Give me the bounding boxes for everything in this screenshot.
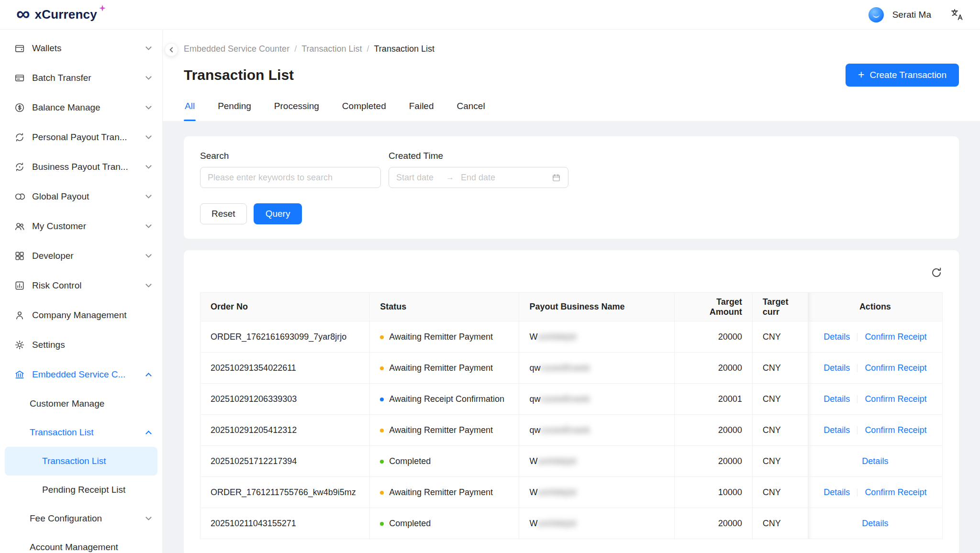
sidebar-item-transaction-list[interactable]: Transaction List bbox=[0, 418, 162, 447]
sidebar-collapse-button[interactable] bbox=[165, 43, 178, 56]
actions-cell: DetailsConfirm Receipt bbox=[808, 477, 942, 508]
table-row: 202510211043155271 Completed Wumhbkjtd 2… bbox=[200, 508, 943, 539]
sidebar-item-transaction-list[interactable]: Transaction List bbox=[5, 447, 157, 476]
breadcrumb-item[interactable]: Transaction List bbox=[301, 44, 362, 54]
status-dot bbox=[380, 398, 384, 401]
global-payout-icon bbox=[14, 191, 25, 202]
sidebar-item-customer-manage[interactable]: Customer Manage bbox=[0, 389, 162, 418]
details-link[interactable]: Details bbox=[824, 332, 850, 342]
business-name-cell: qwcsoedfcwek bbox=[519, 353, 674, 384]
user-avatar[interactable] bbox=[869, 7, 884, 22]
create-transaction-button[interactable]: + Create Transaction bbox=[846, 64, 959, 87]
business-name-redacted: umhbkjtd bbox=[537, 519, 576, 528]
page-header: Embedded Service Counter/Transaction Lis… bbox=[163, 30, 980, 121]
reset-button[interactable]: Reset bbox=[200, 203, 247, 224]
sidebar-item-wallets[interactable]: Wallets bbox=[0, 33, 162, 63]
sidebar-item-global-payout[interactable]: Global Payout bbox=[0, 182, 162, 211]
chevron-down-icon bbox=[145, 44, 152, 50]
actions-cell: DetailsConfirm Receipt bbox=[808, 415, 942, 446]
tab-all[interactable]: All bbox=[184, 98, 196, 121]
confirm-receipt-link[interactable]: Confirm Receipt bbox=[865, 332, 926, 342]
sidebar-item-my-customer[interactable]: My Customer bbox=[0, 211, 162, 241]
sidebar-item-embedded-service-c[interactable]: Embedded Service C... bbox=[0, 360, 162, 389]
details-link[interactable]: Details bbox=[824, 425, 850, 435]
search-input[interactable]: Please enter keywords to search bbox=[200, 167, 381, 188]
sidebar-item-personal-payout-tran[interactable]: Personal Payout Tran... bbox=[0, 122, 162, 152]
breadcrumb-item[interactable]: Embedded Service Counter bbox=[184, 44, 290, 54]
sidebar-item-developer[interactable]: Developer bbox=[0, 241, 162, 271]
main-content: Embedded Service Counter/Transaction Lis… bbox=[163, 30, 980, 553]
target-amount-cell: 20000 bbox=[674, 446, 752, 477]
tab-cancel[interactable]: Cancel bbox=[456, 98, 486, 121]
actions-cell: DetailsConfirm Receipt bbox=[808, 384, 942, 415]
details-link[interactable]: Details bbox=[862, 519, 888, 528]
sidebar-item-settings[interactable]: Settings bbox=[0, 330, 162, 360]
business-name-cell: Wumhbkjtd bbox=[519, 321, 674, 353]
business-name-cell: Wumhbkjtd bbox=[519, 477, 674, 508]
action-divider bbox=[857, 426, 858, 434]
details-link[interactable]: Details bbox=[824, 394, 850, 404]
business-name-prefix: qw bbox=[529, 425, 540, 435]
calendar-icon bbox=[552, 173, 561, 182]
business-name-redacted: umhbkjtd bbox=[537, 332, 576, 342]
table-row: ORDER_1761211755766_kw4b9i5mz Awaiting R… bbox=[200, 477, 943, 508]
refresh-icon[interactable] bbox=[930, 266, 943, 279]
status-cell: Completed bbox=[370, 508, 519, 539]
column-header-order-no: Order No bbox=[200, 293, 370, 321]
target-amount-cell: 10000 bbox=[674, 477, 752, 508]
status-label: Awaiting Remitter Payment bbox=[389, 425, 493, 435]
status-label: Awaiting Receipt Confirmation bbox=[389, 394, 504, 404]
target-currency-cell: CNY bbox=[752, 353, 808, 384]
action-divider bbox=[857, 488, 858, 497]
sidebar-item-risk-control[interactable]: Risk Control bbox=[0, 271, 162, 300]
chevron-up-icon bbox=[145, 373, 152, 379]
tab-processing[interactable]: Processing bbox=[273, 98, 320, 121]
details-link[interactable]: Details bbox=[824, 363, 850, 373]
sidebar-item-label: Company Management bbox=[32, 310, 151, 321]
sidebar-item-pending-receipt-list[interactable]: Pending Receipt List bbox=[0, 476, 162, 504]
company-management-icon bbox=[14, 310, 25, 321]
chevron-down-icon bbox=[145, 192, 152, 199]
table-row: 202510291205412312 Awaiting Remitter Pay… bbox=[200, 415, 943, 446]
business-name-prefix: W bbox=[529, 456, 537, 466]
sidebar-item-fee-configuration[interactable]: Fee Configuration bbox=[0, 504, 162, 533]
table-row: 202510291206339303 Awaiting Receipt Conf… bbox=[200, 384, 943, 415]
query-button[interactable]: Query bbox=[254, 203, 302, 224]
business-name-cell: qwcsoedfcwek bbox=[519, 384, 674, 415]
chevron-down-icon bbox=[145, 103, 152, 110]
details-link[interactable]: Details bbox=[824, 487, 850, 497]
tab-pending[interactable]: Pending bbox=[217, 98, 252, 121]
target-amount-cell: 20000 bbox=[674, 415, 752, 446]
date-range-input[interactable]: Start date → End date bbox=[389, 167, 568, 188]
status-dot bbox=[380, 366, 384, 370]
sidebar-item-label: Global Payout bbox=[32, 191, 146, 202]
sidebar-item-label: Customer Manage bbox=[30, 398, 151, 409]
actions-cell: Details bbox=[808, 446, 942, 477]
actions-cell: Details bbox=[808, 508, 942, 539]
top-bar: ∞ xCurrency Serati Ma bbox=[0, 0, 980, 30]
sidebar-item-business-payout-tran[interactable]: Business Payout Tran... bbox=[0, 152, 162, 182]
sidebar-item-label: Transaction List bbox=[42, 456, 146, 466]
brand-logo[interactable]: ∞ xCurrency bbox=[16, 7, 109, 22]
sidebar-item-batch-transfer[interactable]: Batch Transfer bbox=[0, 63, 162, 93]
user-name[interactable]: Serati Ma bbox=[892, 10, 931, 20]
status-cell: Awaiting Receipt Confirmation bbox=[370, 384, 519, 415]
details-link[interactable]: Details bbox=[862, 456, 888, 466]
created-time-field: Created Time Start date → End date bbox=[389, 151, 568, 188]
business-name-redacted: csoedfcwek bbox=[540, 363, 590, 373]
sidebar-item-label: Wallets bbox=[32, 43, 146, 54]
business-name-prefix: W bbox=[529, 519, 537, 528]
confirm-receipt-link[interactable]: Confirm Receipt bbox=[865, 363, 926, 373]
confirm-receipt-link[interactable]: Confirm Receipt bbox=[865, 425, 926, 435]
sidebar-item-company-management[interactable]: Company Management bbox=[0, 300, 162, 330]
sidebar-item-account-management[interactable]: Account Management bbox=[0, 533, 162, 553]
confirm-receipt-link[interactable]: Confirm Receipt bbox=[865, 394, 926, 404]
order-no-cell: 202510291205412312 bbox=[200, 415, 370, 446]
sidebar-item-balance-manage[interactable]: Balance Manage bbox=[0, 93, 162, 122]
tab-failed[interactable]: Failed bbox=[408, 98, 435, 121]
tab-completed[interactable]: Completed bbox=[341, 98, 387, 121]
confirm-receipt-link[interactable]: Confirm Receipt bbox=[865, 487, 926, 497]
sidebar-item-label: Pending Receipt List bbox=[42, 485, 151, 495]
language-icon[interactable] bbox=[950, 8, 964, 22]
personal-payout-icon bbox=[14, 132, 25, 143]
